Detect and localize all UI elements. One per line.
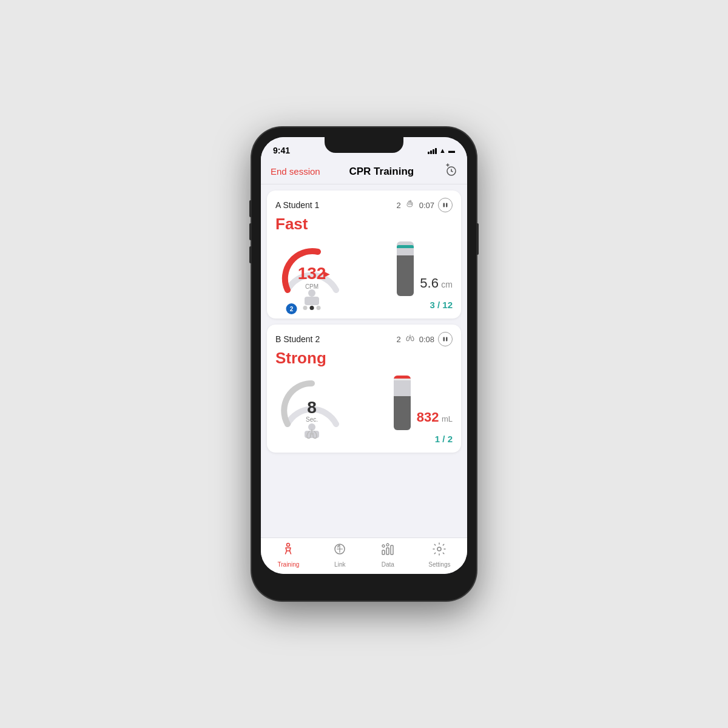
card-b-right: 832 mL 1 / 2 xyxy=(356,376,453,442)
card-b-measurement: 832 xyxy=(417,410,439,425)
tab-bar: Training Link xyxy=(261,538,467,574)
card-b-timer: 0:08 xyxy=(419,335,434,344)
end-session-button[interactable]: End session xyxy=(271,166,320,177)
status-time: 9:41 xyxy=(273,146,290,155)
svg-rect-18 xyxy=(386,548,389,554)
data-label: Data xyxy=(382,561,394,568)
svg-rect-5 xyxy=(443,203,445,207)
card-a-pause-button[interactable] xyxy=(438,198,453,212)
card-a-measurement: 5.6 xyxy=(420,275,439,291)
card-a-gauge: 132 CPM ▶ 2 xyxy=(275,238,348,311)
power-button[interactable] xyxy=(476,223,479,255)
card-a-bar xyxy=(397,241,414,296)
card-a-cpm-unit: CPM xyxy=(298,283,326,290)
svg-rect-6 xyxy=(446,203,448,207)
card-b-gauge-center: 8 Sec. xyxy=(306,399,318,423)
data-icon xyxy=(380,542,395,560)
tab-link[interactable]: Link xyxy=(332,542,347,568)
silent-switch[interactable] xyxy=(249,246,252,263)
student-b-name: B Student 2 xyxy=(275,334,320,344)
svg-line-2 xyxy=(451,171,453,172)
card-a-gauge-center: 132 CPM xyxy=(298,265,326,290)
card-b-status: Strong xyxy=(275,349,453,368)
card-a-count: 2 xyxy=(396,201,400,210)
card-a-header-right: 2 0:07 xyxy=(396,198,453,212)
svg-point-7 xyxy=(308,289,315,297)
student-card-b: B Student 2 2 0:08 xyxy=(267,325,461,453)
card-b-measurement-unit: mL xyxy=(442,414,453,423)
svg-rect-19 xyxy=(391,545,393,554)
svg-point-20 xyxy=(382,545,385,547)
card-b-gauge: 8 Sec. xyxy=(275,372,348,445)
dot-3 xyxy=(317,306,321,310)
svg-rect-9 xyxy=(443,337,445,342)
training-label: Training xyxy=(278,561,300,568)
battery-icon: ▬ xyxy=(448,147,455,154)
link-icon xyxy=(332,542,347,560)
card-header-a: A Student 1 2 0:07 xyxy=(275,198,453,212)
card-header-b: B Student 2 2 0:08 xyxy=(275,332,453,346)
svg-rect-10 xyxy=(446,337,448,342)
card-b-body: 8 Sec. xyxy=(275,372,453,445)
svg-point-21 xyxy=(386,544,389,546)
phone-frame: 9:41 ▲ ▬ End session CPR Training xyxy=(252,127,476,601)
card-a-body: 132 CPM ▶ 2 xyxy=(275,238,453,311)
signal-icon xyxy=(428,147,437,154)
dot-1 xyxy=(303,306,308,310)
tab-data[interactable]: Data xyxy=(380,542,395,568)
card-a-timer: 0:07 xyxy=(419,201,434,210)
volume-down-button[interactable] xyxy=(249,223,252,240)
tab-settings[interactable]: Settings xyxy=(428,542,450,568)
card-b-count: 2 xyxy=(396,335,400,344)
scroll-area: A Student 1 2 0:07 xyxy=(261,184,467,538)
svg-point-13 xyxy=(287,544,290,547)
svg-point-22 xyxy=(437,547,441,551)
hands-icon xyxy=(405,199,416,212)
card-a-measurement-unit: cm xyxy=(441,280,453,289)
wifi-icon: ▲ xyxy=(439,147,446,154)
settings-label: Settings xyxy=(428,561,450,568)
tab-training[interactable]: Training xyxy=(278,542,300,568)
card-a-score: 3 / 12 xyxy=(430,300,453,310)
training-icon xyxy=(281,542,295,560)
card-b-pause-button[interactable] xyxy=(438,332,453,346)
card-b-score: 1 / 2 xyxy=(435,434,453,444)
lungs-icon xyxy=(405,333,416,346)
card-a-badge: 2 xyxy=(286,303,297,314)
add-session-icon[interactable] xyxy=(443,163,457,180)
dot-2 xyxy=(310,306,314,310)
settings-icon xyxy=(432,542,447,560)
card-a-cpm-value: 132 xyxy=(298,265,326,282)
volume-up-button[interactable] xyxy=(249,200,252,217)
link-label: Link xyxy=(334,561,345,568)
card-b-bar xyxy=(394,376,411,430)
card-a-status: Fast xyxy=(275,215,453,234)
card-b-sec-unit: Sec. xyxy=(306,416,318,423)
student-a-name: A Student 1 xyxy=(275,200,319,210)
notch xyxy=(325,137,403,153)
card-a-right: 5.6 cm 3 / 12 xyxy=(356,241,453,308)
nav-bar: End session CPR Training xyxy=(261,159,467,184)
card-b-sec-value: 8 xyxy=(306,399,318,416)
page-title: CPR Training xyxy=(349,166,414,178)
svg-rect-17 xyxy=(382,550,385,554)
student-card-a: A Student 1 2 0:07 xyxy=(267,190,461,318)
lungs-figure-icon xyxy=(305,428,319,445)
svg-rect-8 xyxy=(305,297,319,305)
phone-screen: 9:41 ▲ ▬ End session CPR Training xyxy=(261,137,467,574)
home-indicator[interactable] xyxy=(334,578,394,580)
card-a-gauge-arrow: ▶ xyxy=(323,269,330,278)
status-icons: ▲ ▬ xyxy=(428,147,455,154)
card-b-header-right: 2 0:08 xyxy=(396,332,453,346)
